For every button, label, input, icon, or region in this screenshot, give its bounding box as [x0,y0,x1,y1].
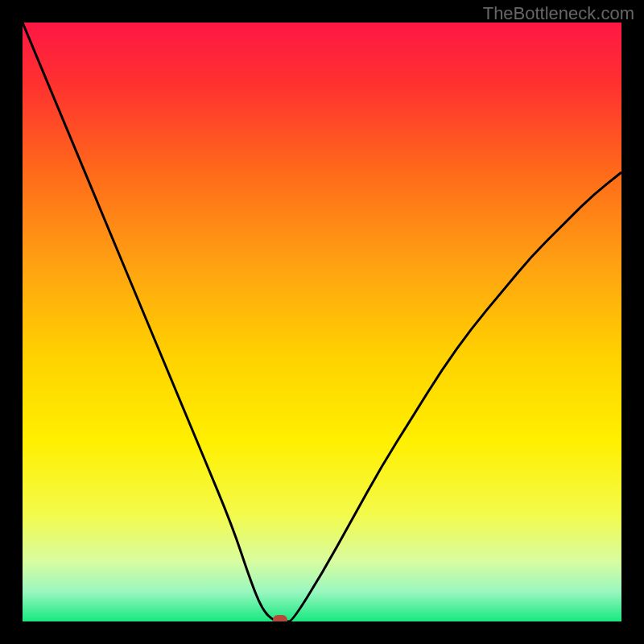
plot-area [23,23,621,621]
chart-container: TheBottleneck.com [0,0,644,644]
gradient-background [23,23,621,621]
chart-svg [23,23,621,621]
watermark-text: TheBottleneck.com [483,3,634,24]
optimal-marker [273,615,287,621]
